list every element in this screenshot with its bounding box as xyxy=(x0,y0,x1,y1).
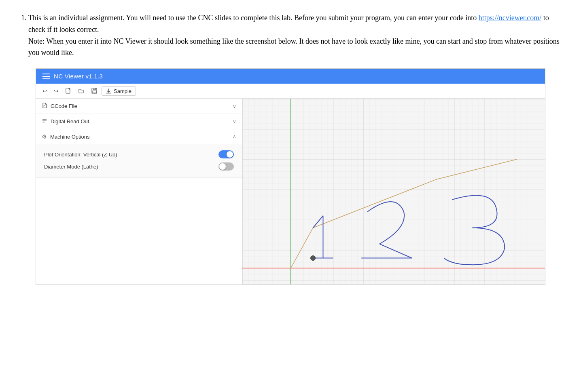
dro-label: Digital Read Out xyxy=(51,118,89,124)
plot-orientation-toggle[interactable] xyxy=(218,150,234,158)
ncviewer-canvas xyxy=(242,99,545,285)
machine-options-icon: ⚙ xyxy=(42,133,47,140)
dro-chevron: ∨ xyxy=(233,119,236,124)
ncviewer-header: NC Viewer v1.1.3 xyxy=(36,69,545,84)
machine-options-label: Machine Options xyxy=(50,134,90,140)
instruction-block: This is an individual assignment. You wi… xyxy=(16,12,565,59)
sidebar-machine-options-header[interactable]: ⚙ Machine Options ∧ xyxy=(36,129,242,144)
instruction-text-part1: This is an individual assignment. You wi… xyxy=(28,14,477,22)
ncviewer-sidebar: GCode File ∨ Digital Read Out ∨ xyxy=(36,99,242,285)
sidebar-dro-header[interactable]: Digital Read Out ∨ xyxy=(36,114,242,129)
gcode-file-label: GCode File xyxy=(51,103,77,109)
dro-icon xyxy=(42,118,47,125)
instruction-item-1: This is an individual assignment. You wi… xyxy=(28,12,565,59)
sidebar-dro-left: Digital Read Out xyxy=(42,118,89,125)
undo-button[interactable]: ↩ xyxy=(40,86,50,96)
svg-rect-6 xyxy=(92,91,96,93)
grid-svg xyxy=(242,99,545,285)
redo-button[interactable]: ↪ xyxy=(51,86,61,96)
hamburger-menu-icon[interactable] xyxy=(42,74,50,79)
gcode-file-icon xyxy=(42,103,47,110)
diameter-mode-toggle[interactable] xyxy=(218,162,234,171)
svg-rect-5 xyxy=(93,88,95,90)
plot-orientation-row: Plot Orientation: Vertical (Z-Up) xyxy=(44,148,234,160)
ncviewer-title: NC Viewer v1.1.3 xyxy=(54,73,103,80)
diameter-mode-row: Diameter Mode (Lathe) xyxy=(44,160,234,173)
sidebar-machine-options-left: ⚙ Machine Options xyxy=(42,133,90,140)
save-button[interactable] xyxy=(89,86,100,96)
ncviewer-widget: NC Viewer v1.1.3 ↩ ↪ xyxy=(36,68,545,285)
machine-options-content: Plot Orientation: Vertical (Z-Up) Diamet… xyxy=(36,144,242,178)
svg-point-25 xyxy=(311,256,316,261)
ncviewer-body: GCode File ∨ Digital Read Out ∨ xyxy=(36,99,545,285)
sidebar-gcode-file-left: GCode File xyxy=(42,103,77,110)
svg-rect-14 xyxy=(242,99,545,285)
sidebar-gcode-file-header[interactable]: GCode File ∨ xyxy=(36,99,242,114)
ncviewer-toolbar: ↩ ↪ Sampl xyxy=(36,84,545,99)
instruction-note: Note: When you enter it into NC Viewer i… xyxy=(28,37,560,57)
ncviewer-link[interactable]: https://ncviewer.com/ xyxy=(479,14,541,22)
plot-orientation-label: Plot Orientation: Vertical (Z-Up) xyxy=(44,152,117,158)
open-button[interactable] xyxy=(76,86,87,96)
sample-button[interactable]: Sample xyxy=(102,86,136,96)
machine-options-chevron: ∧ xyxy=(233,134,236,139)
gcode-file-chevron: ∨ xyxy=(233,103,236,109)
new-button[interactable] xyxy=(63,86,74,96)
sample-label: Sample xyxy=(114,88,131,94)
diameter-mode-label: Diameter Mode (Lathe) xyxy=(44,164,98,170)
